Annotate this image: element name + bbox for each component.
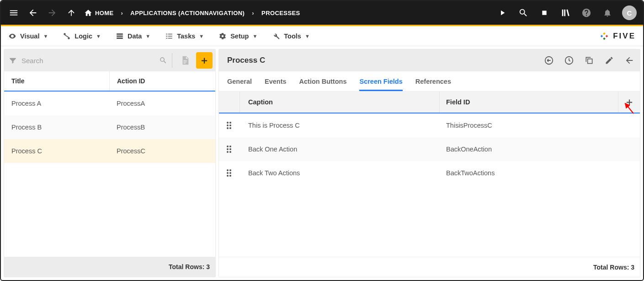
tab-general[interactable]: General <box>227 78 252 91</box>
breadcrumb-processes[interactable]: PROCESSES <box>261 10 300 16</box>
fields-header: Caption Field ID ＋ <box>219 92 640 113</box>
menu-tools[interactable]: Tools▼ <box>272 32 309 40</box>
menu-data[interactable]: Data▼ <box>116 32 150 40</box>
table-row[interactable]: Back Two ActionsBackTwoActions <box>219 161 640 185</box>
cell-title: Process A <box>4 92 109 115</box>
cell-action-id: ProcessC <box>109 139 215 163</box>
menu-visual[interactable]: Visual▼ <box>8 32 48 40</box>
add-field-button[interactable]: ＋ <box>618 92 640 113</box>
breadcrumb-home[interactable]: HOME <box>84 6 114 19</box>
search-icon[interactable] <box>159 56 167 65</box>
table-row[interactable]: Back One ActionBackOneAction <box>219 137 640 161</box>
menu-logic[interactable]: Logic▼ <box>63 32 101 40</box>
cell-caption: Back One Action <box>240 146 440 153</box>
cell-action-id: ProcessA <box>109 92 215 115</box>
status-row: Total Rows: 3 <box>219 257 640 277</box>
refresh-icon[interactable] <box>544 55 554 65</box>
menubar: Visual▼ Logic▼ Data▼ Tasks▼ Setup▼ Tools… <box>1 26 643 46</box>
cell-title: Process C <box>4 139 109 163</box>
detail-toolbar: Process C <box>219 49 640 71</box>
cell-action-id: ProcessB <box>109 115 215 139</box>
filter-icon[interactable] <box>9 56 17 65</box>
play-icon[interactable] <box>496 6 509 19</box>
search-input[interactable] <box>21 57 154 65</box>
breadcrumb-home-label: HOME <box>95 10 114 16</box>
drag-handle-icon[interactable] <box>219 122 240 129</box>
hamburger-menu-icon[interactable] <box>7 6 20 19</box>
copy-icon[interactable] <box>584 55 594 65</box>
tab-action-buttons[interactable]: Action Buttons <box>299 78 347 91</box>
table-row[interactable]: Process BProcessB <box>4 115 215 139</box>
tab-screen-fields[interactable]: Screen Fields <box>359 78 402 91</box>
svg-point-1 <box>64 33 66 35</box>
cell-field-id: ThisisProcessC <box>440 122 640 129</box>
help-icon[interactable] <box>580 6 593 19</box>
svg-line-6 <box>625 103 633 113</box>
table-row[interactable]: This is Process CThisisProcessC <box>219 113 640 137</box>
page-title: Process C <box>224 56 265 65</box>
tab-events[interactable]: Events <box>265 78 287 91</box>
breadcrumb: HOME › APPLICATIONS (ACTIONNAVIGATION) ›… <box>84 6 300 19</box>
svg-rect-0 <box>542 11 546 15</box>
brand-logo: FIVE <box>599 31 636 41</box>
list-toolbar: ＋ <box>4 49 215 71</box>
back-icon[interactable] <box>624 55 634 65</box>
drag-handle-icon[interactable] <box>219 146 240 153</box>
cell-field-id: BackTwoActions <box>440 169 640 177</box>
column-field-id[interactable]: Field ID <box>440 92 618 113</box>
menu-setup[interactable]: Setup▼ <box>218 32 257 40</box>
tab-bar: GeneralEventsAction ButtonsScreen Fields… <box>219 71 640 92</box>
svg-rect-5 <box>588 59 592 64</box>
menu-tasks[interactable]: Tasks▼ <box>165 32 204 40</box>
add-button[interactable]: ＋ <box>196 52 213 69</box>
app-topbar: HOME › APPLICATIONS (ACTIONNAVIGATION) ›… <box>1 1 643 25</box>
workspace: ＋ Title Action ID Process AProcessAProce… <box>1 46 643 280</box>
edit-icon[interactable] <box>604 55 614 65</box>
column-title[interactable]: Title <box>4 71 109 91</box>
breadcrumb-apps[interactable]: APPLICATIONS (ACTIONNAVIGATION) <box>130 10 245 16</box>
tab-references[interactable]: References <box>415 78 451 91</box>
cell-caption: This is Process C <box>240 122 440 129</box>
table-row[interactable]: Process CProcessC <box>4 139 215 163</box>
bell-icon[interactable] <box>601 6 614 19</box>
search-deploy-icon[interactable] <box>517 6 530 19</box>
cell-caption: Back Two Actions <box>240 169 440 177</box>
cell-title: Process B <box>4 115 109 139</box>
up-arrow-icon[interactable] <box>65 6 78 19</box>
back-arrow-icon[interactable] <box>27 6 39 19</box>
list-panel: ＋ Title Action ID Process AProcessAProce… <box>4 49 216 277</box>
column-caption[interactable]: Caption <box>240 92 440 113</box>
library-icon[interactable] <box>559 6 572 19</box>
cell-field-id: BackOneAction <box>440 146 640 153</box>
breadcrumb-sep: › <box>249 10 257 16</box>
history-icon[interactable] <box>564 55 574 65</box>
breadcrumb-sep: › <box>118 10 126 16</box>
detail-panel: Process C GeneralEventsAction ButtonsScr… <box>218 49 640 277</box>
stop-icon[interactable] <box>538 6 551 19</box>
table-row[interactable]: Process AProcessA <box>4 92 215 115</box>
process-table: Title Action ID Process AProcessAProcess… <box>4 71 215 257</box>
forward-arrow-icon <box>46 6 59 19</box>
svg-point-2 <box>68 37 70 39</box>
avatar[interactable]: C <box>622 5 637 20</box>
drag-handle-icon[interactable] <box>219 169 240 177</box>
status-row: Total Rows: 3 <box>4 257 215 277</box>
document-icon[interactable] <box>177 52 193 69</box>
column-action-id[interactable]: Action ID <box>109 71 215 91</box>
